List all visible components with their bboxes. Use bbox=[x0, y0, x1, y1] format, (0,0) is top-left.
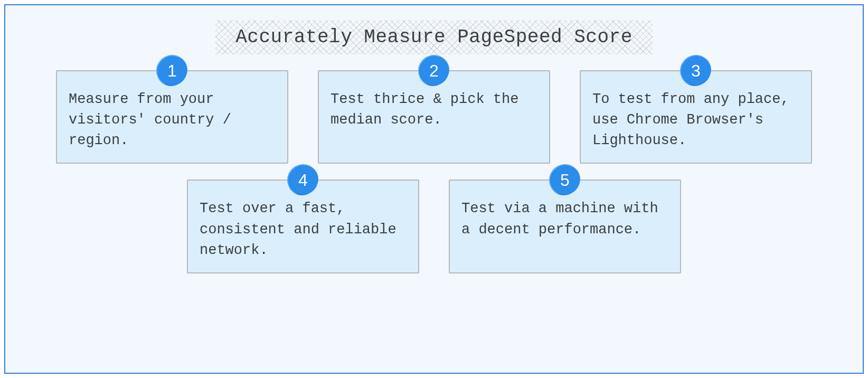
tip-text: Test over a fast, consistent and reliabl… bbox=[200, 199, 407, 260]
tip-text: Test via a machine with a decent perform… bbox=[461, 199, 668, 240]
number-badge-icon: 3 bbox=[682, 56, 710, 85]
tip-text: To test from any place, use Chrome Brows… bbox=[592, 89, 799, 151]
tip-card-1: 1 Measure from your visitors' country / … bbox=[56, 70, 288, 164]
tip-card-4: 4 Test over a fast, consistent and relia… bbox=[187, 179, 419, 273]
number-badge-icon: 4 bbox=[289, 166, 317, 194]
tip-text: Measure from your visitors' country / re… bbox=[69, 89, 276, 151]
diagram-title: Accurately Measure PageSpeed Score bbox=[215, 20, 653, 54]
number-badge-icon: 1 bbox=[158, 56, 186, 85]
number-badge-icon: 5 bbox=[551, 166, 579, 194]
tip-card-2: 2 Test thrice & pick the median score. bbox=[318, 70, 550, 164]
number-badge-icon: 2 bbox=[420, 56, 448, 85]
cards-row-1: 1 Measure from your visitors' country / … bbox=[26, 70, 842, 164]
tip-text: Test thrice & pick the median score. bbox=[331, 89, 537, 130]
diagram-frame: Accurately Measure PageSpeed Score 1 Mea… bbox=[4, 4, 864, 374]
cards-row-2: 4 Test over a fast, consistent and relia… bbox=[26, 179, 842, 273]
tip-card-5: 5 Test via a machine with a decent perfo… bbox=[449, 179, 681, 273]
tip-card-3: 3 To test from any place, use Chrome Bro… bbox=[580, 70, 812, 164]
